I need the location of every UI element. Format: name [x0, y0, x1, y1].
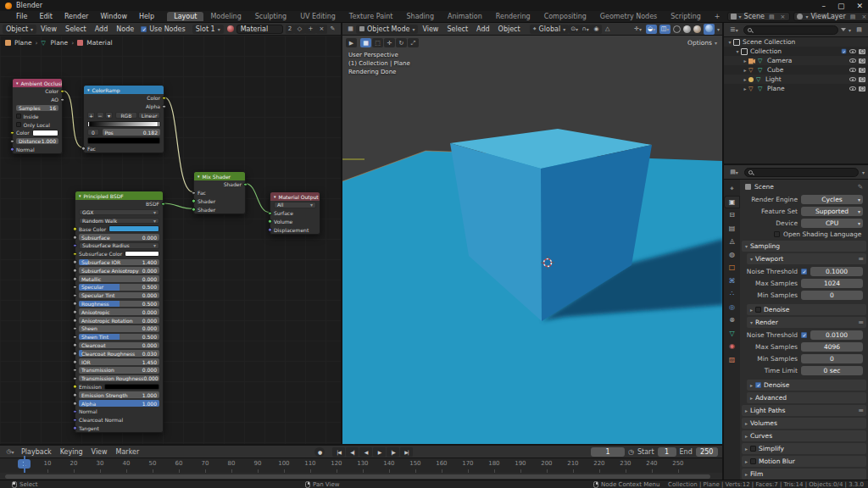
- preset-icon[interactable]: ≡: [858, 407, 863, 414]
- tab-modifiers-properties[interactable]: ⌘: [725, 275, 739, 286]
- pin-button[interactable]: ✎: [327, 25, 338, 34]
- color-swatch-base-color[interactable]: [108, 225, 159, 232]
- hide-eye-icon[interactable]: [849, 49, 856, 53]
- active-stop-color[interactable]: [87, 137, 160, 144]
- value-slider-metallic[interactable]: Metallic0.000: [79, 275, 159, 282]
- input-socket[interactable]: [73, 302, 77, 306]
- input-socket[interactable]: [73, 269, 77, 273]
- input-socket[interactable]: [192, 199, 196, 203]
- shader-node-editor[interactable]: Plane›▽Plane›Material ▾Ambient Occlusion…: [0, 36, 341, 444]
- record-button[interactable]: ●: [314, 447, 325, 457]
- node-principled[interactable]: ▾Principled BSDFBSDFGGX▾Random Walk▾Base…: [75, 191, 164, 433]
- output-socket[interactable]: [162, 97, 166, 101]
- tab-output-properties[interactable]: ⊟: [725, 209, 739, 220]
- node-header[interactable]: ▾Material Output: [270, 192, 320, 201]
- gizmo-toggle-button[interactable]: △: [602, 25, 613, 34]
- fake-user-shield-button[interactable]: ◇: [294, 25, 305, 34]
- property-checkbox[interactable]: [801, 269, 807, 274]
- value-slider-sheen-tint[interactable]: Sheen Tint0.500: [79, 334, 159, 341]
- output-socket[interactable]: [60, 97, 64, 102]
- panel-simplify[interactable]: ▸Simplify: [742, 443, 866, 454]
- panel-checkbox[interactable]: [755, 307, 761, 313]
- unlink-material-button[interactable]: ×: [316, 25, 327, 34]
- unlink-scene-button[interactable]: ×: [779, 14, 787, 20]
- shading-wireframe-button[interactable]: [673, 25, 681, 33]
- panel-expander-icon[interactable]: ▸: [745, 433, 748, 439]
- panel-expander-icon[interactable]: ▾: [750, 256, 753, 262]
- workspace-tab-sculpting[interactable]: Sculpting: [248, 12, 293, 21]
- proportional-editing-button[interactable]: ◉: [591, 25, 602, 34]
- new-collection-button[interactable]: ▤: [854, 25, 865, 35]
- input-socket[interactable]: [268, 211, 272, 215]
- collapse-icon[interactable]: ▾: [274, 194, 276, 199]
- output-socket[interactable]: [243, 183, 248, 187]
- value-slider-specular[interactable]: Specular0.500: [79, 284, 159, 291]
- material-name-field[interactable]: Material: [236, 25, 283, 34]
- checkbox-inside[interactable]: [16, 114, 21, 119]
- scene-selector[interactable]: ▾ Scene ▤ ×: [727, 12, 791, 21]
- play-reverse-button[interactable]: ◀: [359, 447, 372, 457]
- viewport-menu-add[interactable]: Add: [472, 25, 494, 33]
- node-header[interactable]: ▾Ambient Occlusion: [13, 79, 62, 87]
- input-socket[interactable]: [192, 191, 196, 195]
- use-nodes-checkbox[interactable]: [141, 26, 147, 32]
- panel-expander-icon[interactable]: ▸: [750, 395, 753, 401]
- expander-icon[interactable]: ▾: [726, 39, 733, 45]
- interpolation-dropdown[interactable]: Linear: [138, 112, 160, 119]
- property-value-noise-threshold[interactable]: 0.0100: [810, 330, 863, 340]
- panel-expander-icon[interactable]: ▸: [745, 446, 748, 452]
- select-box-button[interactable]: ⬚: [372, 38, 383, 47]
- new-material-button[interactable]: +: [305, 25, 316, 34]
- mode-dropdown[interactable]: Object Mode▾: [356, 25, 418, 34]
- value-slider-transmission-roughness[interactable]: Transmission Roughness0.000: [79, 375, 159, 382]
- input-socket[interactable]: [10, 147, 14, 152]
- collapse-icon[interactable]: ▾: [87, 87, 90, 92]
- remove-view-layer-button[interactable]: ×: [860, 14, 868, 20]
- viewport-menu-object[interactable]: Object: [494, 25, 525, 33]
- tab-physics-properties[interactable]: ◎: [725, 302, 739, 313]
- snap-magnet-button[interactable]: ∩▾: [580, 25, 591, 34]
- input-socket[interactable]: [10, 139, 14, 143]
- color-swatch-emission[interactable]: [104, 384, 159, 391]
- close-button[interactable]: ✕: [856, 2, 863, 10]
- outliner-row-collection[interactable]: ▾Collection: [724, 47, 868, 56]
- dropdown-render-engine[interactable]: Cycles: [801, 195, 863, 204]
- collapse-icon[interactable]: ▾: [16, 80, 19, 86]
- value-slider-subsurface[interactable]: Subsurface0.000: [79, 234, 159, 241]
- position-field[interactable]: Pos0.182: [103, 129, 161, 136]
- node-header[interactable]: ▾Principled BSDF: [75, 191, 163, 200]
- input-socket[interactable]: [73, 376, 77, 380]
- material-browse-icon[interactable]: [227, 25, 234, 32]
- menu-file[interactable]: File: [10, 12, 33, 21]
- frame-start-field[interactable]: 1: [658, 447, 676, 457]
- play-button[interactable]: ▶: [373, 447, 386, 457]
- timeline-menu-marker[interactable]: Marker: [112, 448, 144, 456]
- input-socket[interactable]: [73, 418, 77, 422]
- node-ambient-occlusion[interactable]: ▾Ambient OcclusionColorAOSamples16Inside…: [12, 78, 63, 154]
- panel-curves[interactable]: ▸Curves: [742, 430, 866, 441]
- input-socket[interactable]: [73, 252, 77, 256]
- value-slider-specular-tint[interactable]: Specular Tint0.000: [79, 292, 159, 299]
- workspace-tab-animation[interactable]: Animation: [441, 12, 489, 21]
- viewport-menu-select[interactable]: Select: [442, 25, 472, 33]
- editor-type-icon[interactable]: ◷▾: [3, 447, 17, 457]
- value-slider-samples[interactable]: Samples16: [16, 105, 58, 112]
- input-socket[interactable]: [73, 426, 77, 430]
- output-socket[interactable]: [161, 202, 165, 207]
- workspace-tab-layout[interactable]: Layout: [167, 12, 203, 21]
- timeline-menu-keying[interactable]: Keying: [56, 448, 87, 456]
- breadcrumb-item[interactable]: Material: [86, 39, 112, 47]
- value-slider-clearcoat-roughness[interactable]: Clearcoat Roughness0.030: [79, 350, 159, 357]
- panel-expander-icon[interactable]: ▸: [745, 420, 748, 426]
- ramp-stop[interactable]: [87, 121, 90, 127]
- overlays-button[interactable]: ◒▾: [646, 25, 657, 34]
- dropdown-subsurface-radius[interactable]: Subsurface Radius▾: [79, 242, 159, 249]
- input-socket[interactable]: [73, 227, 77, 231]
- jump-to-start-button[interactable]: |◀: [332, 447, 345, 457]
- tab-view-layer-properties[interactable]: ▤: [725, 223, 739, 234]
- outliner-row-light[interactable]: ▸▽Light: [724, 75, 868, 84]
- slot-dropdown[interactable]: Slot 1▾: [192, 25, 224, 34]
- outliner-row-plane[interactable]: ▸▽▽Plane: [724, 84, 868, 93]
- input-socket[interactable]: [73, 319, 77, 323]
- shader-menu-view[interactable]: View: [36, 25, 61, 33]
